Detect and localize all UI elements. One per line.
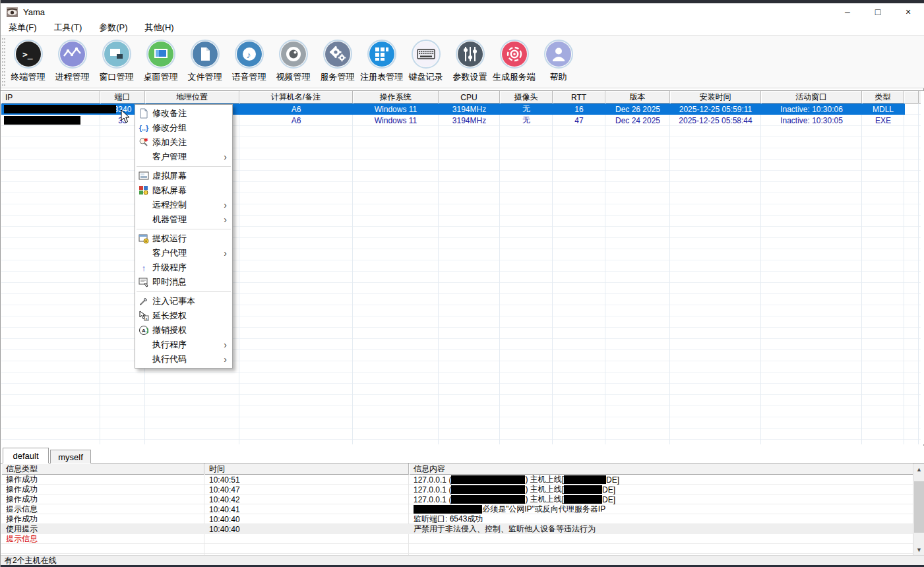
submenu-arrow-icon: ›: [224, 248, 227, 258]
context-menu-item-6[interactable]: 隐私屏幕: [135, 183, 232, 198]
context-menu-item-12[interactable]: ↑升级程序: [135, 260, 232, 275]
minimize-button[interactable]: –: [832, 3, 863, 20]
toolbar-button-12[interactable]: 帮助: [536, 38, 580, 87]
host-col-header-7[interactable]: RTT: [553, 91, 605, 104]
log-type: 提示信息: [1, 504, 204, 514]
log-col-header-1[interactable]: 时间: [204, 463, 409, 475]
context-menu-item-7[interactable]: 远程控制›: [135, 198, 232, 212]
audio-icon: ♪: [235, 40, 264, 69]
host-col-header-4[interactable]: 操作系统: [353, 91, 439, 104]
menu-bar: 菜单(F)工具(T)参数(P)其他(H): [1, 20, 924, 35]
log-scrollbar[interactable]: ▲ ▼: [913, 463, 924, 555]
toolbar-label: 语音管理: [232, 71, 266, 83]
scroll-down-icon[interactable]: ▼: [913, 544, 924, 555]
host-cell: MDLL: [862, 104, 904, 115]
host-col-header-5[interactable]: CPU: [439, 91, 500, 104]
host-table-header: IP端口地理位置计算机名/备注操作系统CPU摄像头RTT版本安装时间活动窗口类型: [1, 91, 921, 104]
log-text: ) 主机上线[: [525, 475, 564, 485]
context-menu-item-1[interactable]: {..}修改分组: [135, 121, 232, 135]
log-col-header-0[interactable]: 信息类型: [1, 463, 204, 475]
host-col-header-12[interactable]: [904, 91, 919, 104]
close-button[interactable]: ×: [893, 3, 923, 20]
host-col-header-2[interactable]: 地理位置: [145, 91, 239, 104]
grid-column-line: [605, 104, 605, 444]
toolbar-gripper[interactable]: [2, 38, 5, 86]
tab-myself[interactable]: myself: [50, 450, 91, 463]
log-text: 必须是"公网IP"或反向代理服务器IP: [482, 504, 605, 514]
log-row-3[interactable]: 提示信息10:40:41必须是"公网IP"或反向代理服务器IP: [1, 504, 913, 514]
context-menu-item-5[interactable]: 虚拟屏幕: [135, 169, 232, 183]
context-menu-item-10[interactable]: 提权运行: [135, 231, 232, 246]
toolbar-label: 窗口管理: [100, 71, 134, 83]
context-menu-item-19[interactable]: 执行代码›: [135, 352, 232, 367]
host-col-header-9[interactable]: 安装时间: [670, 91, 761, 104]
log-time: [204, 534, 409, 544]
menubar-item-3[interactable]: 其他(H): [139, 20, 181, 35]
host-col-header-1[interactable]: 端口: [100, 91, 145, 104]
terminal-icon: >_: [14, 40, 43, 69]
redaction-bar: [564, 485, 602, 494]
log-row-0[interactable]: 操作成功10:40:51127.0.0.1 () 主机上线[ DE]: [1, 475, 913, 485]
toolbar-button-1[interactable]: 进程管理: [50, 38, 94, 87]
host-cell: 47: [553, 115, 605, 126]
context-menu-item-0[interactable]: 修改备注: [135, 106, 232, 121]
context-menu-item-16[interactable]: x延长授权: [135, 309, 232, 323]
log-row-5[interactable]: 使用提示10:40:40严禁用于非法侵入、控制、监听他人设备等违法行为: [1, 524, 913, 534]
toolbar-button-9[interactable]: 键盘记录: [404, 38, 448, 87]
scroll-up-icon[interactable]: ▲: [913, 463, 924, 475]
context-menu-item-13[interactable]: 即时消息: [135, 275, 232, 289]
host-cell: A6: [239, 104, 353, 115]
log-panel: 信息类型时间信息内容 操作成功10:40:51127.0.0.1 () 主机上线…: [1, 463, 924, 555]
help-icon: [544, 40, 573, 69]
log-row-4[interactable]: 操作成功10:40:40监听端口: 6543成功: [1, 514, 913, 524]
toolbar-button-6[interactable]: 视频管理: [271, 38, 315, 87]
menubar-item-1[interactable]: 工具(T): [47, 20, 89, 35]
context-menu-item-18[interactable]: 执行程序›: [135, 338, 232, 352]
toolbar-button-8[interactable]: 注册表管理: [359, 38, 404, 87]
host-col-header-11[interactable]: 类型: [862, 91, 904, 104]
toolbar-button-7[interactable]: 服务管理: [315, 38, 359, 87]
log-row-2[interactable]: 操作成功10:40:42127.0.0.1 () 主机上线[ DE]: [1, 494, 913, 504]
redaction-bar: [564, 495, 602, 504]
grid-column-line: [499, 104, 500, 444]
toolbar-button-3[interactable]: 桌面管理: [139, 38, 183, 87]
host-col-header-8[interactable]: 版本: [605, 91, 670, 104]
tab-default[interactable]: default: [3, 448, 49, 463]
log-text: 127.0.0.1 (: [414, 485, 451, 494]
toolbar-button-11[interactable]: 生成服务端: [492, 38, 536, 87]
log-text: 127.0.0.1 (: [414, 495, 451, 504]
host-cell: 16: [553, 104, 605, 115]
toolbar-button-0[interactable]: >_终端管理: [6, 38, 50, 87]
toolbar-button-4[interactable]: 文件管理: [183, 38, 227, 87]
context-menu-item-17[interactable]: A撤销授权: [135, 323, 232, 338]
scrollbar-thumb[interactable]: [914, 481, 924, 533]
menu-separator: [137, 229, 231, 229]
host-col-header-0[interactable]: IP: [1, 91, 100, 104]
log-type: 操作成功: [1, 485, 204, 494]
menubar-item-2[interactable]: 参数(P): [92, 20, 134, 35]
window-icon: [102, 40, 131, 69]
log-time: 10:40:42: [204, 494, 409, 504]
toolbar: >_终端管理进程管理窗口管理桌面管理文件管理♪语音管理视频管理服务管理注册表管理…: [1, 35, 924, 88]
grid-column-line: [918, 104, 919, 444]
context-menu-item-11[interactable]: 客户代理›: [135, 246, 232, 260]
host-col-header-6[interactable]: 摄像头: [500, 91, 553, 104]
context-menu-item-3[interactable]: 客户管理›: [135, 150, 232, 164]
context-menu-item-15[interactable]: 注入记事本: [135, 294, 232, 309]
menubar-item-0[interactable]: 菜单(F): [2, 20, 44, 35]
grid-column-line: [438, 104, 439, 444]
host-cell: [904, 104, 919, 115]
host-col-header-3[interactable]: 计算机名/备注: [239, 91, 353, 104]
toolbar-button-5[interactable]: ♪语音管理: [227, 38, 271, 87]
log-row-6[interactable]: 提示信息: [1, 534, 913, 544]
log-row-1[interactable]: 操作成功10:40:47127.0.0.1 () 主机上线[ DE]: [1, 485, 913, 494]
host-col-header-10[interactable]: 活动窗口: [761, 91, 862, 104]
toolbar-button-10[interactable]: 参数设置: [448, 38, 492, 87]
log-content: 必须是"公网IP"或反向代理服务器IP: [409, 504, 913, 514]
context-menu-item-2[interactable]: ✱添加关注: [135, 135, 232, 150]
log-col-header-2[interactable]: 信息内容: [409, 463, 913, 475]
log-body: 操作成功10:40:51127.0.0.1 () 主机上线[ DE]操作成功10…: [1, 475, 913, 555]
context-menu-item-8[interactable]: 机器管理›: [135, 212, 232, 227]
toolbar-button-2[interactable]: 窗口管理: [94, 38, 139, 87]
maximize-button[interactable]: □: [863, 3, 893, 20]
